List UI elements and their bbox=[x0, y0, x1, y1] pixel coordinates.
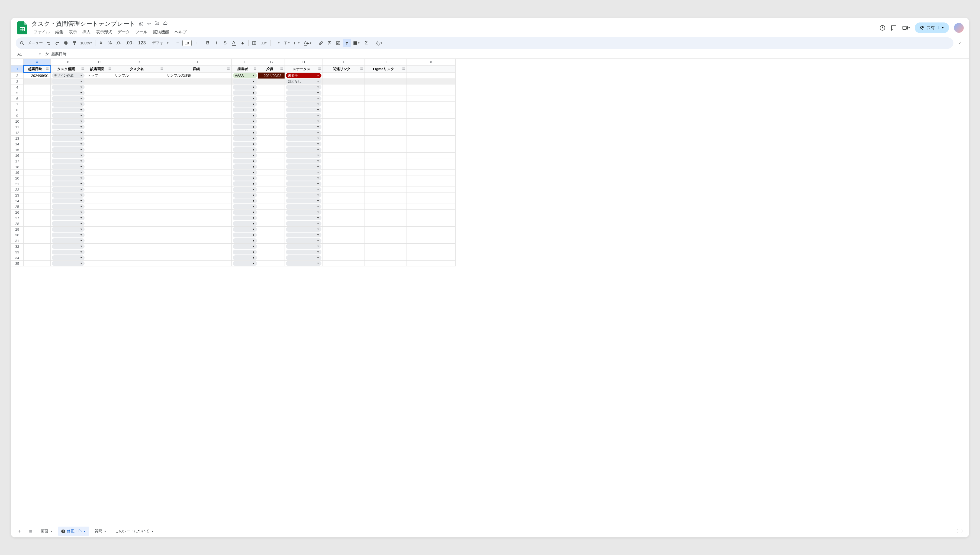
cell[interactable] bbox=[258, 141, 285, 147]
cell[interactable]: ▼ bbox=[285, 136, 323, 141]
cell[interactable] bbox=[407, 175, 455, 181]
cell[interactable] bbox=[113, 210, 165, 215]
cell[interactable]: ▼ bbox=[51, 101, 86, 107]
cell[interactable] bbox=[24, 244, 51, 249]
cell[interactable] bbox=[24, 249, 51, 255]
dropdown-chip[interactable]: ▼ bbox=[52, 199, 85, 203]
cell[interactable]: トップ bbox=[86, 72, 113, 79]
sheets-logo-icon[interactable] bbox=[16, 20, 28, 35]
dropdown-chip[interactable]: ▼ bbox=[233, 107, 257, 112]
cell[interactable] bbox=[258, 96, 285, 101]
cell[interactable]: ▼ bbox=[285, 226, 323, 232]
cell[interactable] bbox=[407, 255, 455, 261]
cell[interactable] bbox=[323, 192, 365, 198]
dropdown-chip[interactable]: ▼ bbox=[52, 96, 85, 101]
row-header[interactable]: 35 bbox=[11, 261, 24, 266]
dropdown-chip[interactable]: ▼ bbox=[286, 244, 322, 249]
cell[interactable] bbox=[24, 141, 51, 147]
menu-format[interactable]: 表示形式 bbox=[94, 29, 114, 36]
cell[interactable] bbox=[113, 204, 165, 210]
cell[interactable] bbox=[24, 90, 51, 96]
strikethrough-button[interactable]: S bbox=[221, 39, 229, 47]
cell[interactable]: タスク種類☰ bbox=[51, 66, 86, 72]
bold-button[interactable]: B bbox=[204, 39, 212, 47]
cell[interactable] bbox=[323, 85, 365, 90]
cell[interactable] bbox=[407, 158, 455, 164]
cell[interactable] bbox=[86, 85, 113, 90]
cell[interactable]: ▼ bbox=[232, 85, 258, 90]
dropdown-chip[interactable]: ▼ bbox=[233, 199, 257, 203]
cell[interactable] bbox=[165, 158, 232, 164]
cell[interactable] bbox=[365, 153, 407, 158]
select-all-corner[interactable] bbox=[11, 59, 24, 66]
cell[interactable] bbox=[323, 198, 365, 204]
cell[interactable] bbox=[113, 164, 165, 170]
cell[interactable] bbox=[24, 261, 51, 266]
cell[interactable] bbox=[323, 255, 365, 261]
cell[interactable]: ▼ bbox=[285, 255, 323, 261]
row-header[interactable]: 3 bbox=[11, 79, 24, 85]
cell[interactable]: ▼ bbox=[51, 119, 86, 124]
status-chip[interactable]: 対応なし▼ bbox=[286, 79, 322, 84]
cell[interactable] bbox=[365, 147, 407, 153]
cell[interactable] bbox=[365, 124, 407, 130]
cell[interactable] bbox=[258, 249, 285, 255]
dropdown-chip[interactable]: ▼ bbox=[52, 238, 85, 243]
dropdown-chip[interactable]: ▼ bbox=[233, 238, 257, 243]
cell[interactable]: ▼ bbox=[285, 232, 323, 238]
cell[interactable]: ▼ bbox=[232, 153, 258, 158]
cell[interactable] bbox=[407, 101, 455, 107]
cell[interactable] bbox=[258, 79, 285, 85]
filter-button[interactable] bbox=[343, 39, 351, 47]
dropdown-chip[interactable]: ▼ bbox=[233, 119, 257, 124]
cell[interactable] bbox=[24, 238, 51, 244]
cell[interactable] bbox=[365, 244, 407, 249]
cell[interactable]: サンプルの詳細 bbox=[165, 72, 232, 79]
filter-icon[interactable]: ☰ bbox=[360, 67, 363, 71]
cell[interactable] bbox=[113, 192, 165, 198]
cell[interactable] bbox=[86, 244, 113, 249]
cell[interactable] bbox=[86, 192, 113, 198]
dropdown-chip[interactable]: ▼ bbox=[286, 170, 322, 175]
cell[interactable] bbox=[323, 153, 365, 158]
menu-edit[interactable]: 編集 bbox=[53, 29, 66, 36]
cell[interactable] bbox=[24, 255, 51, 261]
cell[interactable] bbox=[86, 136, 113, 141]
cell[interactable]: ▼ bbox=[232, 215, 258, 221]
increase-decimal-button[interactable]: .00→ bbox=[124, 39, 136, 47]
cell[interactable] bbox=[113, 107, 165, 113]
cell[interactable] bbox=[165, 215, 232, 221]
cell[interactable] bbox=[165, 249, 232, 255]
dropdown-chip[interactable]: ▼ bbox=[286, 136, 322, 141]
cell[interactable] bbox=[407, 215, 455, 221]
cell[interactable] bbox=[365, 164, 407, 170]
cell[interactable] bbox=[323, 210, 365, 215]
cell[interactable] bbox=[323, 181, 365, 187]
cell[interactable] bbox=[365, 90, 407, 96]
cell[interactable] bbox=[365, 181, 407, 187]
cell[interactable]: ▼ bbox=[285, 249, 323, 255]
cell[interactable]: ▼ bbox=[285, 158, 323, 164]
cell[interactable] bbox=[365, 175, 407, 181]
cell[interactable] bbox=[323, 261, 365, 266]
cell[interactable]: AAAA▼ bbox=[232, 72, 258, 79]
dropdown-chip[interactable]: ▼ bbox=[286, 113, 322, 118]
dropdown-chip[interactable]: ▼ bbox=[233, 79, 257, 84]
dropdown-chip[interactable]: ▼ bbox=[286, 261, 322, 266]
merge-cells-button[interactable]: ▼ bbox=[259, 39, 269, 47]
cell[interactable] bbox=[24, 221, 51, 226]
cell[interactable]: ▼ bbox=[285, 119, 323, 124]
row-header[interactable]: 28 bbox=[11, 221, 24, 226]
cell[interactable] bbox=[86, 226, 113, 232]
cell[interactable]: Figmaリンク☰ bbox=[365, 66, 407, 72]
cell[interactable] bbox=[24, 147, 51, 153]
dropdown-chip[interactable]: ▼ bbox=[233, 85, 257, 90]
cell[interactable] bbox=[165, 175, 232, 181]
cell[interactable]: ▼ bbox=[232, 261, 258, 266]
cell[interactable] bbox=[323, 79, 365, 85]
cell[interactable]: ▼ bbox=[285, 198, 323, 204]
cell[interactable] bbox=[323, 101, 365, 107]
cell[interactable] bbox=[86, 124, 113, 130]
cell[interactable] bbox=[258, 255, 285, 261]
dropdown-chip[interactable]: ▼ bbox=[286, 96, 322, 101]
